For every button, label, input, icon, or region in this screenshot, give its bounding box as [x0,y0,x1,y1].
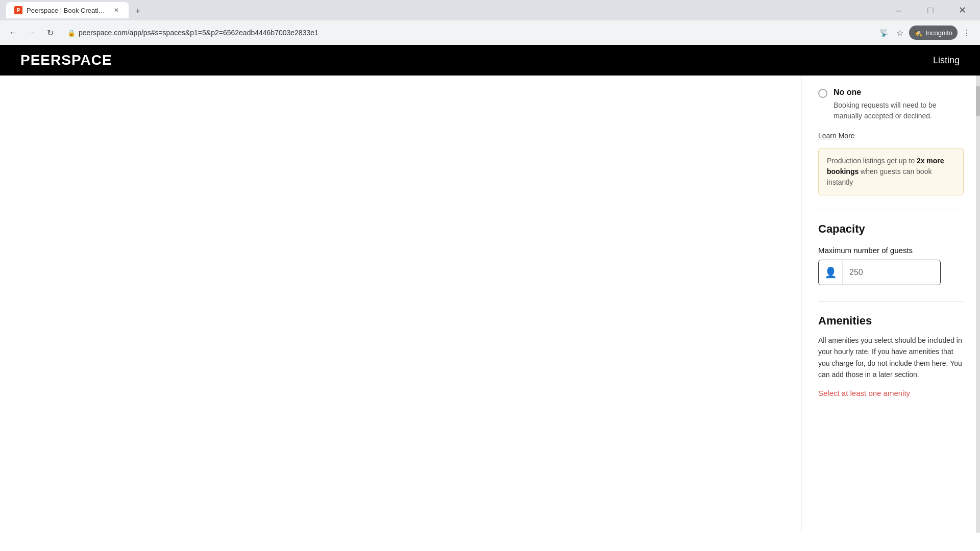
person-icon: 👤 [824,266,837,279]
forward-button[interactable]: → [24,26,39,40]
incognito-badge: 🕵️ Incognito [909,26,958,40]
new-tab-button[interactable]: + [131,4,145,18]
cast-button[interactable]: 📡 [876,26,891,40]
capacity-divider [818,210,964,210]
menu-button[interactable]: ⋮ [960,26,974,40]
active-tab[interactable]: P Peerspace | Book Creative Space ✕ [6,2,129,18]
scrollbar[interactable] [976,76,980,533]
title-bar: P Peerspace | Book Creative Space ✕ + – … [0,0,980,20]
no-one-description: Booking requests will need to bemanually… [834,100,937,121]
tab-close-button[interactable]: ✕ [112,6,120,14]
bookmark-button[interactable]: ☆ [893,26,907,40]
app-header: PEERSPACE Listing [0,45,980,76]
minimize-button[interactable]: – [887,2,911,18]
left-panel [0,76,801,533]
scrollbar-thumb [976,86,980,116]
back-button[interactable]: ← [6,26,20,40]
address-bar-row: ← → ↻ 🔒 peerspace.com/app/ps#s=spaces&p1… [0,20,980,45]
header-listing-link[interactable]: Listing [933,55,960,66]
browser-actions: 📡 ☆ 🕵️ Incognito ⋮ [876,26,974,40]
guest-input-row: 👤 [818,260,941,285]
close-button[interactable]: ✕ [950,2,974,18]
max-guests-label: Maximum number of guests [818,246,964,255]
guest-icon-box: 👤 [819,260,843,285]
refresh-button[interactable]: ↻ [43,26,57,40]
address-bar[interactable]: 🔒 peerspace.com/app/ps#s=spaces&p1=5&p2=… [61,27,868,39]
capacity-section-title: Capacity [818,222,964,236]
no-one-section: No one Booking requests will need to bem… [818,88,964,121]
max-guests-input[interactable] [843,260,941,285]
url-text: peerspace.com/app/ps#s=spaces&p1=5&p2=65… [79,29,318,37]
amenities-section: Amenities All amenities you select shoul… [818,302,964,397]
no-one-content: No one Booking requests will need to bem… [834,88,937,121]
incognito-label: Incognito [925,29,952,37]
incognito-icon: 🕵️ [914,29,922,37]
promo-box: Production listings get up to 2x more bo… [818,148,964,195]
no-one-title: No one [834,88,937,97]
no-one-radio[interactable] [818,89,827,98]
tab-bar: P Peerspace | Book Creative Space ✕ + [6,2,883,18]
promo-text-start: Production listings get up to [827,157,917,165]
app-logo: PEERSPACE [20,52,112,68]
amenities-error-message: Select at least one amenity [818,389,964,397]
lock-icon: 🔒 [67,29,76,37]
amenities-title: Amenities [818,314,964,328]
amenities-description: All amenities you select should be inclu… [818,335,964,381]
app-body: No one Booking requests will need to bem… [0,76,980,533]
right-panel: No one Booking requests will need to bem… [801,76,980,533]
tab-favicon: P [14,6,22,14]
learn-more-link[interactable]: Learn More [818,132,964,140]
maximize-button[interactable]: □ [919,2,942,18]
tab-title: Peerspace | Book Creative Space [27,7,108,14]
